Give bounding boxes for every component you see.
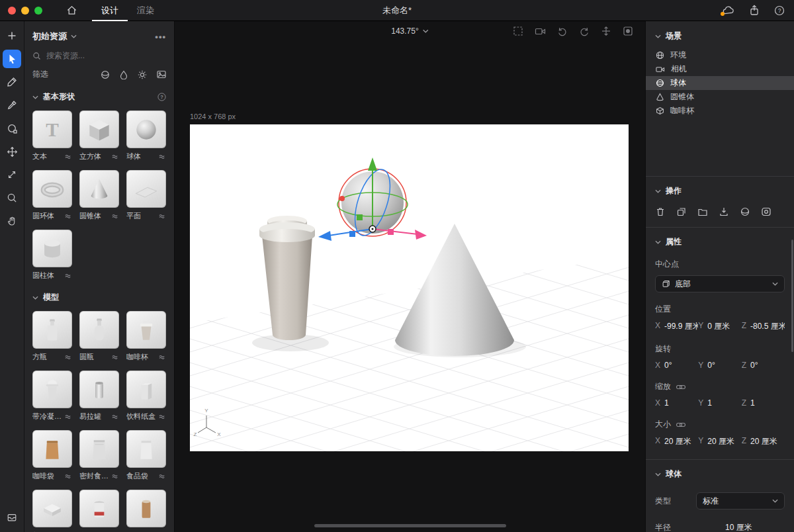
tab-render[interactable]: 渲染 xyxy=(128,0,163,21)
rotation-z-field[interactable]: Z0° xyxy=(742,361,785,370)
asset-tile-torus[interactable]: 圆环体 xyxy=(32,170,72,221)
filter-light-button[interactable] xyxy=(138,70,147,79)
add-asset-button[interactable] xyxy=(3,26,21,45)
vertical-scrollbar[interactable] xyxy=(791,240,793,352)
zoom-tool[interactable] xyxy=(3,189,21,207)
scale-y-field[interactable]: Y1 xyxy=(698,398,741,408)
asset-label: 圆柱体 xyxy=(32,271,54,281)
render-preview-button[interactable] xyxy=(623,26,633,36)
zoom-dropdown[interactable]: 143.75° xyxy=(391,21,429,41)
center-point-select[interactable]: 底部 xyxy=(655,275,785,292)
select-tool[interactable] xyxy=(3,50,21,68)
size-y-field[interactable]: Y20 厘米 xyxy=(698,436,741,447)
position-x-field[interactable]: X-99.9 厘米 xyxy=(655,321,698,332)
asset-tile-text[interactable]: T 文本 xyxy=(32,111,72,161)
section-models[interactable]: 模型 xyxy=(32,292,166,303)
filter-material-button[interactable] xyxy=(101,70,110,79)
asset-tile-plane[interactable]: 平面 xyxy=(126,170,166,221)
radius-value-field[interactable]: 10 厘米 xyxy=(725,522,752,532)
scene-item-coffee-cup[interactable]: 咖啡杯 xyxy=(646,104,794,118)
decal-button[interactable] xyxy=(761,206,772,217)
share-button[interactable] xyxy=(749,5,760,16)
loop-icon xyxy=(7,123,18,134)
minimize-window-button[interactable] xyxy=(21,7,29,15)
section-title: 模型 xyxy=(43,292,59,303)
link-icon[interactable] xyxy=(676,384,685,390)
rotation-y-field[interactable]: Y0° xyxy=(698,361,741,370)
loop-tool[interactable] xyxy=(3,119,21,138)
asset-tile-carton[interactable]: 饮料纸盒 xyxy=(126,371,166,421)
scale-tool[interactable] xyxy=(3,165,21,184)
delete-button[interactable] xyxy=(655,206,666,217)
asset-search xyxy=(32,51,166,60)
asset-tile-coffee-cup[interactable]: 咖啡杯 xyxy=(126,311,166,362)
orbit-cw-button[interactable] xyxy=(579,26,590,36)
properties-section-header[interactable]: 属性 xyxy=(655,236,785,247)
size-z-field[interactable]: Z20 厘米 xyxy=(742,436,785,447)
export-button[interactable] xyxy=(719,206,729,217)
link-icon[interactable] xyxy=(676,422,685,427)
filter-image-button[interactable] xyxy=(157,70,166,79)
panel-menu-button[interactable]: ••• xyxy=(155,32,166,42)
center-point-label: 中心点 xyxy=(655,259,785,270)
section-basic-shapes[interactable]: 基本形状 ? xyxy=(32,91,166,103)
size-x-field[interactable]: X20 厘米 xyxy=(655,436,698,447)
asset-tile-square-bottle[interactable]: 方瓶 xyxy=(32,311,72,362)
position-y-field[interactable]: Y0 厘米 xyxy=(698,321,741,332)
filter-graphic-button[interactable] xyxy=(120,70,128,79)
scene-item-environment[interactable]: 环境 xyxy=(646,48,794,62)
canvas-frame-button[interactable] xyxy=(513,26,523,36)
search-input[interactable] xyxy=(46,51,166,60)
asset-tile-cold-cup[interactable]: 带冷凝水... xyxy=(32,371,72,421)
cloud-sync-button[interactable] xyxy=(722,5,734,15)
close-window-button[interactable] xyxy=(8,7,16,15)
scale-z-field[interactable]: Z1 xyxy=(742,398,785,408)
duplicate-button[interactable] xyxy=(676,206,687,217)
scene-item-cone[interactable]: 圆锥体 xyxy=(646,90,794,104)
library-toggle-button[interactable] xyxy=(3,508,21,527)
position-values: X-99.9 厘米 Y0 厘米 Z-80.5 厘米 xyxy=(655,321,785,332)
zoom-window-button[interactable] xyxy=(34,7,42,15)
home-button[interactable] xyxy=(66,5,77,16)
asset-tile-food-bag[interactable]: 食品袋 xyxy=(126,430,166,481)
group-button[interactable] xyxy=(697,206,708,217)
asset-tile-packaging-tube[interactable]: 包装筒 xyxy=(126,490,166,532)
pan-tool[interactable] xyxy=(3,212,21,230)
asset-tile-coffee-bag[interactable]: 咖啡袋 xyxy=(32,430,72,481)
orbit-ccw-button[interactable] xyxy=(557,26,568,36)
sphere-section-header[interactable]: 球体 xyxy=(655,468,785,480)
duplicate-icon xyxy=(676,206,687,217)
scene-section-header[interactable]: 场景 xyxy=(655,30,785,42)
move-tool[interactable] xyxy=(3,142,21,161)
scene-item-sphere[interactable]: 球体 xyxy=(646,76,794,90)
asset-tile-cone[interactable]: 圆锥体 xyxy=(79,170,119,221)
scene-item-label: 相机 xyxy=(671,64,687,75)
assets-panel-title[interactable]: 初始资源 xyxy=(32,30,67,42)
sample-tool[interactable] xyxy=(3,96,21,114)
canvas-3d[interactable]: Y X Z xyxy=(190,124,629,451)
rotation-x-field[interactable]: X0° xyxy=(655,361,698,370)
help-button[interactable]: ? xyxy=(774,5,785,16)
sphere-type-select[interactable]: 标准 xyxy=(696,492,785,510)
pen-tool[interactable] xyxy=(3,73,21,91)
asset-tile-cylinder[interactable]: 圆柱体 xyxy=(32,230,72,281)
asset-tile-can[interactable]: 易拉罐 xyxy=(79,371,119,421)
asset-tile-sphere[interactable]: 球体 xyxy=(126,111,166,161)
rotate-cw-icon xyxy=(579,26,590,36)
rotation-values: X0° Y0° Z0° xyxy=(655,361,785,370)
asset-tile-sealed-bag[interactable]: 密封食品袋 xyxy=(79,430,119,481)
tab-design[interactable]: 设计 xyxy=(92,0,128,21)
asset-tile-round-bottle[interactable]: 圆瓶 xyxy=(79,311,119,362)
actions-section-header[interactable]: 操作 xyxy=(655,185,785,197)
asset-tile-takeout-box[interactable]: 外卖食... xyxy=(32,490,72,532)
camera-view-button[interactable] xyxy=(535,26,546,36)
shapes-help-button[interactable]: ? xyxy=(157,93,166,101)
scene-item-camera[interactable]: 相机 xyxy=(646,62,794,76)
camera-level-button[interactable] xyxy=(601,26,611,36)
asset-tile-food-jar[interactable]: 食品罐 xyxy=(79,490,119,532)
material-button[interactable] xyxy=(740,206,750,217)
horizontal-scrollbar[interactable] xyxy=(314,524,506,527)
scale-x-field[interactable]: X1 xyxy=(655,398,698,408)
position-z-field[interactable]: Z-80.5 厘米 xyxy=(742,321,785,332)
asset-tile-cube[interactable]: 立方体 xyxy=(79,111,119,161)
